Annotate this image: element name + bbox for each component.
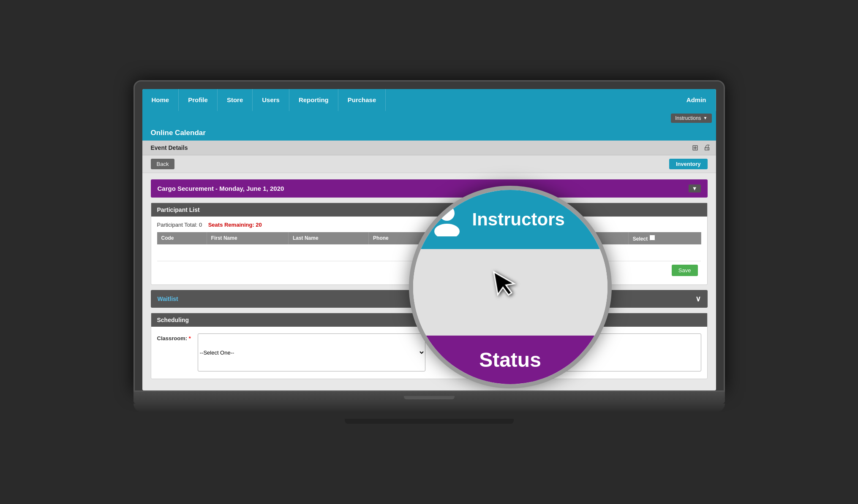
classroom-required: * (189, 335, 191, 341)
print-icon[interactable]: 🖨 (703, 142, 712, 153)
instructions-button[interactable]: Instructions (671, 114, 711, 123)
event-dropdown[interactable]: ▼ (689, 184, 701, 192)
zoom-instructors-text: Instructors (472, 209, 565, 230)
laptop-base (133, 404, 725, 412)
sub-nav: Back Inventory (142, 155, 716, 173)
participant-total: Participant Total: 0 (157, 222, 202, 228)
screen-bezel: Home Profile Store Users Reporting Purch… (133, 80, 725, 392)
event-header-right: ▼ (689, 184, 701, 192)
nav-users[interactable]: Users (253, 89, 289, 111)
stand-foot (345, 419, 514, 424)
secondary-bar: Instructions (142, 111, 716, 125)
inventory-button[interactable]: Inventory (669, 159, 708, 169)
nav-profile[interactable]: Profile (179, 89, 218, 111)
col-select: Select (628, 232, 701, 244)
grid-icon[interactable]: ⊞ (691, 142, 699, 153)
laptop-notch (404, 396, 455, 399)
screen: Home Profile Store Users Reporting Purch… (142, 89, 716, 391)
seats-remaining: Seats Remaining: 20 (208, 222, 262, 228)
waitlist-chevron: ∨ (695, 294, 701, 303)
stand-body (387, 412, 471, 419)
back-button[interactable]: Back (151, 159, 175, 169)
select-all-checkbox[interactable] (649, 235, 655, 241)
event-details-label: Event Details (142, 142, 687, 154)
waitlist-label: Waitlist (158, 295, 178, 302)
participant-header: Participant List (151, 203, 707, 217)
col-lastname: Last Name (288, 232, 368, 244)
col-code: Code (157, 232, 207, 244)
laptop-bottom (133, 392, 725, 404)
nav-purchase[interactable]: Purchase (338, 89, 386, 111)
classroom-label: Classroom: * (157, 333, 191, 341)
save-button[interactable]: Save (672, 265, 698, 276)
nav-admin[interactable]: Admin (677, 89, 716, 111)
svg-marker-2 (493, 268, 516, 297)
svg-point-1 (434, 224, 460, 236)
col-firstname: First Name (207, 232, 288, 244)
zoom-instructors-area[interactable]: Instructors (413, 190, 607, 249)
classroom-field: --Select One-- Calgary - Edmonton - LIVE… (198, 333, 425, 371)
page-title: Online Calendar (142, 125, 716, 141)
laptop-frame: Home Profile Store Users Reporting Purch… (133, 80, 725, 424)
nav-home[interactable]: Home (142, 89, 179, 111)
main-content: Cargo Securement - Monday, June 1, 2020 … (142, 173, 716, 391)
zoom-overlay: Instructors Status (409, 186, 612, 388)
nav-reporting[interactable]: Reporting (289, 89, 338, 111)
top-nav: Home Profile Store Users Reporting Purch… (142, 89, 716, 111)
zoom-status-text: Status (430, 348, 591, 371)
nav-store[interactable]: Store (218, 89, 253, 111)
event-title: Cargo Securement - Monday, June 1, 2020 (158, 185, 284, 192)
event-header: Cargo Securement - Monday, June 1, 2020 … (151, 179, 708, 198)
toolbar: ⊞ 🖨 (687, 141, 716, 155)
laptop-stand (133, 412, 725, 419)
classroom-select[interactable]: --Select One-- Calgary - Edmonton - LIVE… (198, 333, 425, 371)
col-phone: Phone (369, 232, 425, 244)
